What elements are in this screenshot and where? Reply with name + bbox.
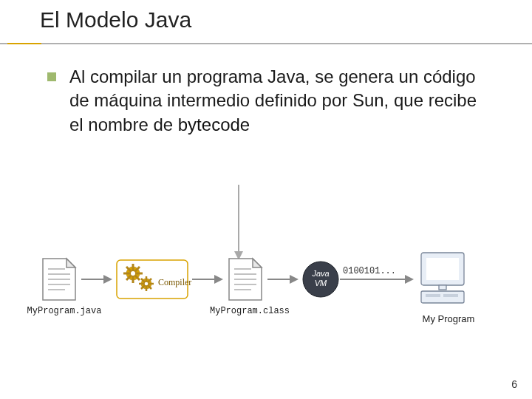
bullet-text: Al compilar un programa Java, se genera … xyxy=(69,66,477,134)
svg-point-21 xyxy=(145,282,149,286)
bullet-paragraph: Al compilar un programa Java, se genera … xyxy=(69,65,495,137)
svg-rect-38 xyxy=(426,294,440,297)
arrow-icon xyxy=(192,275,223,284)
svg-rect-36 xyxy=(439,285,446,290)
arrow-icon xyxy=(267,275,299,284)
compiler-label: Compiler xyxy=(158,277,191,287)
compiler-icon: Compiler xyxy=(117,260,191,299)
output-label: My Program xyxy=(408,313,489,324)
page-number: 6 xyxy=(511,378,517,390)
svg-rect-39 xyxy=(443,294,458,297)
bitstream-text: 0100101... xyxy=(343,266,396,276)
svg-marker-33 xyxy=(405,275,414,284)
svg-rect-35 xyxy=(426,258,459,280)
compilation-diagram: Compiler xyxy=(30,244,502,373)
vm-label-bottom: VM xyxy=(315,279,327,287)
svg-marker-23 xyxy=(214,275,223,284)
java-vm-icon: Java VM xyxy=(303,262,338,297)
svg-marker-8 xyxy=(103,275,112,284)
source-file-label: MyProgram.java xyxy=(24,306,105,316)
svg-point-15 xyxy=(131,271,135,276)
slide-title: El Modelo Java xyxy=(40,7,191,33)
class-file-label: MyProgram.class xyxy=(205,306,294,316)
class-file-icon xyxy=(229,259,262,300)
computer-icon xyxy=(421,253,464,303)
bullet-emphasis: bytecode xyxy=(178,115,250,134)
source-file-icon xyxy=(43,259,75,300)
vm-label-top: Java xyxy=(311,269,329,278)
svg-marker-30 xyxy=(290,275,299,284)
arrow-icon xyxy=(81,275,112,284)
